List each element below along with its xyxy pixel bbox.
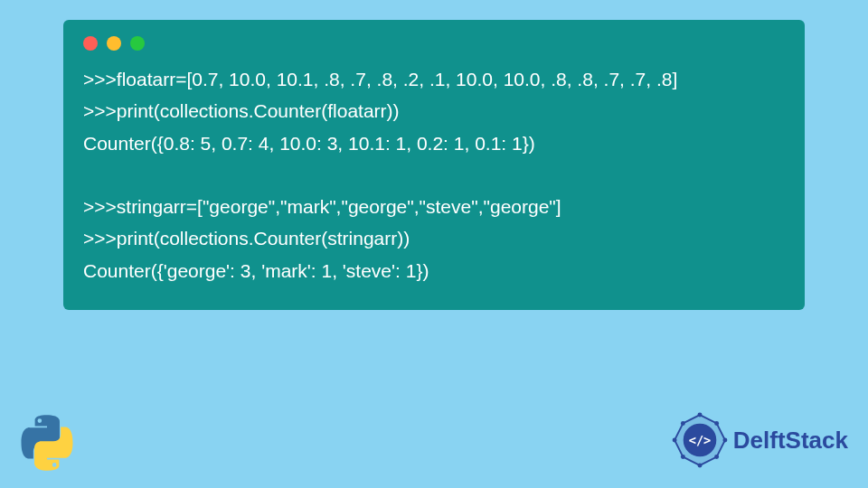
delftstack-icon: </> (672, 412, 728, 468)
python-logo-icon (18, 414, 76, 472)
svg-point-7 (714, 455, 719, 459)
code-content: >>>floatarr=[0.7, 10.0, 10.1, .8, .7, .8… (83, 63, 785, 286)
svg-point-10 (672, 438, 676, 443)
delftstack-name: DelftStack (733, 427, 848, 455)
close-dot-icon (83, 36, 98, 51)
svg-point-8 (697, 463, 702, 467)
svg-point-4 (697, 413, 702, 418)
svg-point-5 (714, 421, 719, 426)
svg-point-9 (681, 455, 685, 459)
minimize-dot-icon (107, 36, 121, 51)
svg-point-6 (722, 438, 727, 443)
delftstack-logo: </> DelftStack (672, 412, 848, 468)
maximize-dot-icon (130, 36, 145, 51)
svg-point-11 (681, 421, 685, 426)
code-window: >>>floatarr=[0.7, 10.0, 10.1, .8, .7, .8… (63, 20, 805, 310)
window-controls (83, 36, 785, 51)
svg-text:</>: </> (689, 433, 712, 447)
